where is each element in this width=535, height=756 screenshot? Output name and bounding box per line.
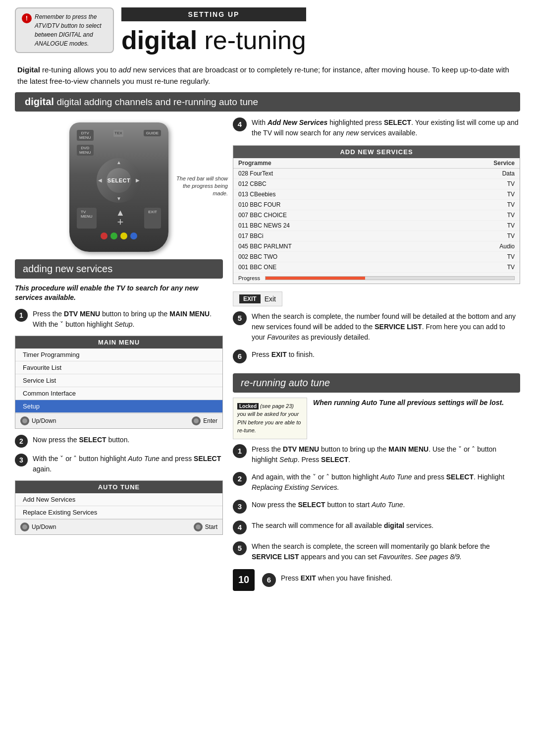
- progress-bar-area: Progress: [233, 273, 520, 284]
- ans-title: ADD NEW SERVICES: [233, 146, 520, 158]
- rerun-step-2-num: 2: [233, 472, 247, 486]
- menu-item-setup[interactable]: Setup: [15, 400, 222, 413]
- auto-tune-replace[interactable]: Replace Existing Services: [15, 506, 222, 519]
- green-button[interactable]: [110, 233, 117, 239]
- circle-start-icon: [194, 523, 203, 531]
- title-bold: digital: [121, 26, 197, 55]
- rerun-step-1-text: Press the DTV MENU button to bring up th…: [252, 444, 520, 465]
- locked-note: Locked (see page 23) you will be asked f…: [233, 398, 307, 439]
- red-button[interactable]: [101, 233, 107, 239]
- progress-bar-fill: [266, 277, 365, 280]
- step-3-text: With the ˅ or ˄ button highlight Auto Tu…: [33, 454, 223, 474]
- plus-icon[interactable]: +: [117, 216, 123, 229]
- main-menu-title: MAIN MENU: [15, 336, 222, 349]
- when-running-area: When running Auto Tune all previous sett…: [313, 398, 520, 414]
- auto-tune-footer: Up/Down Start: [15, 519, 222, 534]
- rerun-step-5-num: 5: [233, 541, 247, 555]
- add-new-services-box: ADD NEW SERVICES Programme Service 028 F…: [233, 145, 520, 284]
- right-arrow-icon[interactable]: ▶: [136, 177, 140, 183]
- rerun-step-4-text: The search will commence for all availab…: [252, 521, 433, 531]
- dtv-menu-label: DTVMENU: [77, 130, 94, 141]
- setting-up-block: SETTING UP digital re-tuning: [121, 7, 306, 55]
- rerun-step-4: 4 The search will commence for all avail…: [233, 521, 520, 534]
- red-bar-note: The red bar will show the progress being…: [168, 175, 228, 198]
- colored-buttons: [77, 233, 161, 239]
- ans-header: Programme Service: [233, 158, 520, 169]
- step-2-number: 2: [15, 435, 28, 448]
- rerun-header-text: re-running auto tune: [241, 377, 330, 388]
- right-step-6: 6 Press EXIT to finish.: [233, 349, 520, 363]
- circle-up-down-icon: [20, 416, 29, 425]
- step-1: 1 Press the DTV MENU button to bring up …: [15, 309, 223, 330]
- page-footer-row: 10 6 Press EXIT when you have finished.: [233, 569, 520, 591]
- step-2-text: Now press the SELECT button.: [33, 435, 129, 445]
- auto-tune-title: AUTO TUNE: [15, 481, 222, 493]
- select-ring[interactable]: ▲ ▼ ◀ ▶ SELECT: [97, 158, 141, 203]
- exit-button[interactable]: EXIT: [144, 208, 161, 229]
- locked-badge: Locked: [237, 403, 259, 409]
- exit-badge[interactable]: EXIT: [239, 294, 261, 303]
- right-step-4: 4 With Add New Services highlighted pres…: [233, 117, 520, 138]
- tex-button[interactable]: TEX: [113, 130, 123, 137]
- exit-box: EXIT Exit: [233, 291, 282, 306]
- auto-tune-add-new[interactable]: Add New Services: [15, 493, 222, 506]
- setting-up-badge: SETTING UP: [121, 7, 306, 21]
- italic-procedure-note: This procedure will enable the TV to sea…: [15, 284, 223, 303]
- adding-services-header: adding new services: [15, 259, 223, 279]
- rerun-step-2-text: And again, with the ˅ or ˄ button highli…: [252, 472, 520, 493]
- left-arrow-icon[interactable]: ◀: [98, 177, 102, 183]
- exit-text: Exit: [265, 295, 276, 303]
- ans-row-4: 010 BBC FOURTV: [233, 200, 520, 210]
- guide-label: GUIDE: [144, 130, 161, 136]
- main-content: DTVMENU TEX GUIDE DVDMENU: [0, 117, 535, 591]
- nav-ring: ▲ ▼ ◀ ▶ SELECT: [77, 158, 161, 203]
- ans-row-3: 013 CBeebiesTV: [233, 189, 520, 200]
- main-menu-footer: Up/Down Enter: [15, 413, 222, 428]
- right-step-5-number: 5: [233, 311, 247, 325]
- ans-row-2: 012 CBBCTV: [233, 179, 520, 189]
- rerun-step-5: 5 When the search is complete, the scree…: [233, 541, 520, 562]
- yellow-button[interactable]: [120, 233, 127, 239]
- enter-control: Enter: [192, 416, 217, 425]
- up-down-control: Up/Down: [20, 416, 56, 425]
- step-1-number: 1: [15, 309, 28, 322]
- rerun-step-6-text: Press EXIT when you have finished.: [281, 573, 392, 583]
- right-step-4-text: With Add New Services highlighted press …: [252, 117, 520, 138]
- tv-menu-button[interactable]: TVMENU: [77, 208, 97, 229]
- start-control: Start: [194, 523, 217, 531]
- rerun-step-5-text: When the search is complete, the screen …: [252, 541, 520, 562]
- up-down-control-2: Up/Down: [20, 523, 56, 531]
- right-step-4-number: 4: [233, 117, 247, 131]
- digital-section-header: digital digital adding channels and re-r…: [15, 92, 520, 112]
- remember-box: ! Remember to press the ATV/DTV button t…: [15, 7, 114, 53]
- auto-tune-box: AUTO TUNE Add New Services Replace Exist…: [15, 480, 223, 535]
- menu-item-common-interface: Common Interface: [15, 387, 222, 400]
- remote-control: DTVMENU TEX GUIDE DVDMENU: [69, 122, 168, 252]
- rerun-step-4-num: 4: [233, 521, 247, 534]
- title-light: re-tuning: [197, 26, 306, 55]
- dvd-menu-label: DVDMENU: [77, 145, 94, 156]
- rerun-step-6: 6 Press EXIT when you have finished.: [262, 573, 392, 587]
- menu-item-timer: Timer Programming: [15, 349, 222, 361]
- right-step-5: 5 When the search is complete, the numbe…: [233, 311, 520, 343]
- ans-row-8: 045 BBC PARLMNTAudio: [233, 241, 520, 252]
- menu-item-favourite: Favourite List: [15, 361, 222, 374]
- rerun-step-3-text: Now press the SELECT button to start Aut…: [252, 500, 405, 510]
- blue-button[interactable]: [130, 233, 137, 239]
- circle-enter-icon: [192, 416, 201, 425]
- ans-row-6: 011 BBC NEWS 24TV: [233, 221, 520, 231]
- right-column: 4 With Add New Services highlighted pres…: [233, 117, 520, 591]
- rerun-step-2: 2 And again, with the ˅ or ˄ button high…: [233, 472, 520, 493]
- menu-item-service-list: Service List: [15, 374, 222, 387]
- right-step-5-text: When the search is complete, the number …: [252, 311, 520, 343]
- ans-row-7: 017 BBCiTV: [233, 231, 520, 241]
- right-step-6-number: 6: [233, 349, 247, 363]
- rerun-step-3: 3 Now press the SELECT button to start A…: [233, 500, 520, 514]
- when-running-note: When running Auto Tune all previous sett…: [313, 398, 520, 408]
- remember-text: Remember to press the ATV/DTV button to …: [35, 12, 107, 48]
- add-new-services-area: The red bar will show the progress being…: [233, 145, 520, 284]
- step-2: 2 Now press the SELECT button.: [15, 435, 223, 448]
- exclamation-icon: !: [22, 13, 32, 23]
- ans-row-9: 002 BBC TWOTV: [233, 252, 520, 262]
- rerun-step-6-num: 6: [262, 573, 276, 587]
